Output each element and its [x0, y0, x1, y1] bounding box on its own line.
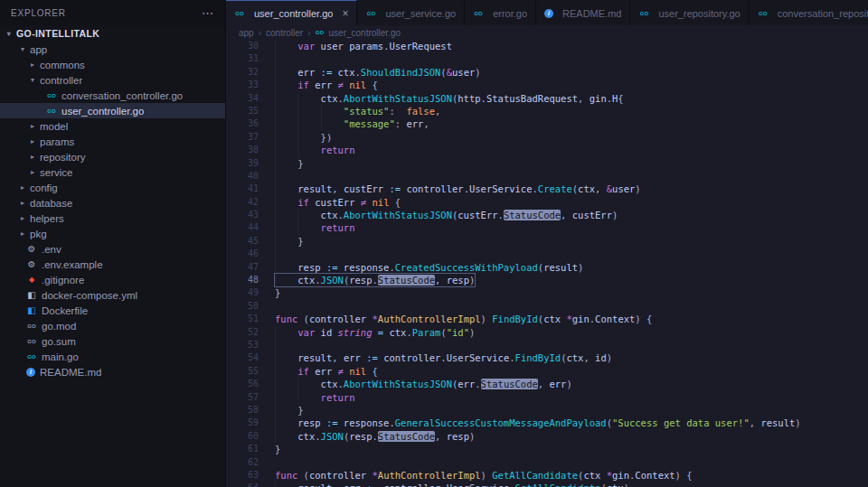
code-line-35[interactable]: 35"status": false, — [226, 105, 868, 117]
code-token: ctx — [321, 210, 338, 220]
tab-user_service.go[interactable]: GOuser_service.go — [357, 0, 465, 25]
sidebar-item-main.go[interactable]: GOmain.go — [0, 349, 225, 364]
sidebar-folder-commons[interactable]: ▸commons — [0, 57, 225, 72]
sidebar-item-.env.example[interactable]: ⚙.env.example — [0, 257, 225, 272]
tab-user_controller.go[interactable]: GOuser_controller.go× — [226, 0, 357, 25]
code-line-42[interactable]: 42if custErr ≠ nil { — [226, 196, 868, 209]
sidebar-item-go.mod[interactable]: GOgo.mod — [0, 318, 225, 333]
sidebar-item-go.sum[interactable]: GOgo.sum — [0, 333, 225, 349]
code-line-63[interactable]: 63func (controller *AuthControllerImpl) … — [226, 469, 868, 482]
tab-README.md[interactable]: iREADME.md — [536, 0, 630, 25]
code-token: ctx — [338, 67, 355, 78]
more-actions-icon[interactable]: ⋯ — [202, 6, 214, 20]
code-line-text: }) — [275, 131, 332, 144]
code-token: ) — [469, 431, 475, 442]
code-line-34[interactable]: 34ctx.AbortWithStatusJSON(http.StatusBad… — [226, 92, 868, 105]
workspace-root[interactable]: ▾ GO-INTELLITALK — [0, 25, 225, 42]
sidebar-folder-service[interactable]: ▸service — [0, 164, 225, 180]
sidebar-folder-params[interactable]: ▸params — [0, 134, 225, 149]
code-line-30[interactable]: 30var user params.UserRequest — [226, 40, 868, 52]
code-line-39[interactable]: 39} — [226, 157, 868, 170]
line-number: 46 — [226, 248, 271, 260]
sidebar-item-.env[interactable]: ⚙.env — [0, 241, 225, 257]
code-line-55[interactable]: 55if err ≠ nil { — [226, 365, 868, 378]
code-line-31[interactable]: 31 — [226, 52, 868, 65]
indent-guide — [275, 144, 297, 156]
code-line-37[interactable]: 37}) — [226, 131, 868, 144]
code-line-49[interactable]: 49} — [226, 286, 868, 299]
sidebar-folder-app[interactable]: ▾app — [0, 42, 225, 57]
go-file-icon: GO — [26, 351, 37, 362]
close-tab-icon[interactable]: × — [342, 7, 348, 20]
sidebar-folder-config[interactable]: ▸config — [0, 180, 225, 195]
code-token: := — [326, 417, 344, 428]
tab-conversation_repository.go[interactable]: GOconversation_repository.go — [750, 0, 868, 25]
code-token: , — [538, 379, 550, 389]
breadcrumb-item[interactable]: controller — [266, 28, 303, 38]
code-line-41[interactable]: 41result, custErr := controller.UserServ… — [226, 183, 868, 195]
indent-guide — [275, 66, 297, 79]
sidebar-folder-model[interactable]: ▸model — [0, 118, 225, 134]
code-line-36[interactable]: 36"message": err, — [226, 117, 868, 130]
docker-file-icon: ◧ — [26, 305, 37, 316]
code-line-text: if err ≠ nil { — [275, 365, 378, 378]
code-line-text: err := ctx.ShouldBindJSON(&user) — [275, 66, 481, 79]
sidebar-folder-database[interactable]: ▸database — [0, 195, 225, 211]
code-token: "status" — [344, 106, 390, 117]
sidebar-item-conversation_controller.go[interactable]: GOconversation_controller.go — [0, 88, 225, 103]
breadcrumb-item[interactable]: user_controller.go — [329, 28, 401, 38]
sidebar-folder-controller[interactable]: ▾controller — [0, 72, 225, 88]
code-line-content: result, err := controller.UserService.Fi… — [271, 351, 868, 364]
code-line-58[interactable]: 58} — [226, 404, 868, 417]
code-line-64[interactable]: 64result, err := controller.UserService.… — [226, 482, 868, 487]
code-token: err — [344, 482, 366, 487]
code-line-54[interactable]: 54result, err := controller.UserService.… — [226, 351, 868, 364]
sidebar-item-user_controller.go[interactable]: GOuser_controller.go — [0, 103, 225, 118]
code-token: ) — [475, 67, 480, 78]
sidebar-item-Dockerfile[interactable]: ◧Dockerfile — [0, 303, 225, 318]
code-line-40[interactable]: 40 — [226, 170, 868, 183]
sidebar-folder-repository[interactable]: ▸repository — [0, 149, 225, 164]
code-line-57[interactable]: 57return — [226, 391, 868, 404]
sidebar-item-README.md[interactable]: iREADME.md — [0, 364, 225, 379]
code-line-32[interactable]: 32err := ctx.ShouldBindJSON(&user) — [226, 66, 868, 79]
sidebar-folder-helpers[interactable]: ▸helpers — [0, 211, 225, 226]
code-line-33[interactable]: 33if err ≠ nil { — [226, 79, 868, 91]
breadcrumb-item[interactable]: app — [239, 28, 254, 38]
tab-error.go[interactable]: GOerror.go — [465, 0, 536, 25]
sidebar-item-docker-compose.yml[interactable]: ◧docker-compose.yml — [0, 287, 225, 303]
line-number: 42 — [226, 196, 271, 209]
code-line-52[interactable]: 52var id string = ctx.Param("id") — [226, 326, 868, 339]
code-line-46[interactable]: 46 — [226, 248, 868, 260]
code-line-53[interactable]: 53 — [226, 339, 868, 351]
code-line-59[interactable]: 59resp := response.GeneralSuccessCustomM… — [226, 417, 868, 429]
code-line-62[interactable]: 62 — [226, 456, 868, 469]
code-token: JSON — [321, 275, 344, 286]
code-token: . — [475, 379, 480, 389]
tree-item-label: go.mod — [42, 321, 76, 332]
code-line-61[interactable]: 61} — [226, 443, 868, 455]
code-line-60[interactable]: 60ctx.JSON(resp.StatusCode, resp) — [226, 430, 868, 443]
code-token: controller — [383, 482, 440, 487]
tree-item-label: repository — [40, 152, 86, 163]
code-line-48[interactable]: 48ctx.JSON(resp.StatusCode, resp) — [226, 274, 868, 286]
line-number: 33 — [226, 79, 271, 91]
indent-guide — [297, 391, 320, 404]
code-line-47[interactable]: 47resp := response.CreatedSuccessWithPay… — [226, 261, 868, 274]
code-line-43[interactable]: 43ctx.AbortWithStatusJSON(custErr.Status… — [226, 209, 868, 221]
tab-label: user_service.go — [385, 8, 456, 19]
code-line-text: result, err := controller.UserService.Fi… — [275, 351, 612, 364]
code-line-45[interactable]: 45} — [226, 235, 868, 248]
sidebar-folder-pkg[interactable]: ▸pkg — [0, 226, 225, 241]
indent-guide — [275, 170, 297, 183]
sidebar-item-.gitignore[interactable]: ◆.gitignore — [0, 272, 225, 287]
code-line-44[interactable]: 44return — [226, 221, 868, 234]
code-editor[interactable]: 30var user params.UserRequest3132err := … — [226, 40, 868, 487]
code-token: custErr — [572, 210, 612, 220]
code-line-56[interactable]: 56ctx.AbortWithStatusJSON(err.StatusCode… — [226, 378, 868, 390]
tab-label: conversation_repository.go — [778, 8, 868, 19]
code-line-50[interactable]: 50 — [226, 300, 868, 313]
code-line-38[interactable]: 38return — [226, 144, 868, 156]
tab-user_repository.go[interactable]: GOuser_repository.go — [630, 0, 749, 25]
code-line-51[interactable]: 51func (controller *AuthControllerImpl) … — [226, 313, 868, 325]
